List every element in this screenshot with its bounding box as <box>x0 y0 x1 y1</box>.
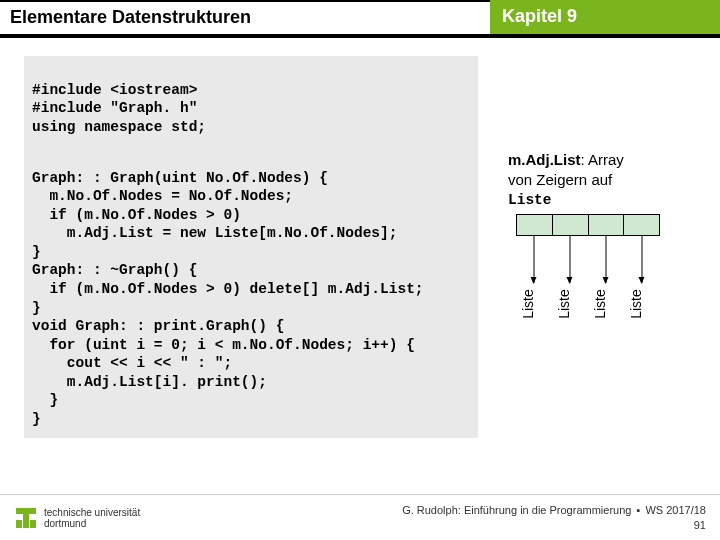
annotation-bold: m.Adj.List <box>508 151 581 168</box>
code-line: cout << i << " : "; <box>32 355 232 371</box>
code-line: m.No.Of.Nodes = No.Of.Nodes; <box>32 188 293 204</box>
svg-rect-2 <box>16 520 22 528</box>
code-line: } <box>32 392 58 408</box>
slide-content: #include <iostream> #include "Graph. h" … <box>0 38 720 494</box>
array-cell <box>589 215 625 235</box>
liste-label: Liste <box>520 286 536 322</box>
annotation-text: m.Adj.List: Array von Zeigern auf Liste <box>508 150 698 210</box>
separator: ▪ <box>634 504 642 516</box>
code-line: m.Adj.List = new Liste[m.No.Of.Nodes]; <box>32 225 397 241</box>
annotation-mono: Liste <box>508 192 552 208</box>
slide-footer: technische universität dortmund G. Rudol… <box>0 494 720 540</box>
arrow-down-icon <box>605 235 606 283</box>
code-line: for (uint i = 0; i < m.No.Of.Nodes; i++)… <box>32 337 415 353</box>
array-cell <box>553 215 589 235</box>
university-name: technische universität dortmund <box>44 507 140 529</box>
code-block: #include <iostream> #include "Graph. h" … <box>24 56 478 438</box>
term-text: WS 2017/18 <box>645 504 706 516</box>
slide-header: Elementare Datenstrukturen Kapitel 9 <box>0 0 720 34</box>
array-box <box>516 214 660 236</box>
code-gap <box>32 136 470 150</box>
code-line: } <box>32 411 41 427</box>
code-line: using namespace std; <box>32 119 206 135</box>
liste-label: Liste <box>628 286 644 322</box>
code-line: } <box>32 244 41 260</box>
header-title-left: Elementare Datenstrukturen <box>0 0 490 34</box>
arrow-down-icon <box>641 235 642 283</box>
page-number: 91 <box>402 518 706 532</box>
code-line: void Graph: : print.Graph() { <box>32 318 284 334</box>
footer-credits: G. Rudolph: Einführung in die Programmie… <box>402 503 706 532</box>
code-line: if (m.No.Of.Nodes > 0) <box>32 207 241 223</box>
annotation-plain: von Zeigern auf <box>508 171 612 188</box>
code-line: } <box>32 300 41 316</box>
tu-logo-icon <box>14 506 38 530</box>
liste-label: Liste <box>592 286 608 322</box>
array-cell <box>624 215 659 235</box>
array-diagram <box>508 214 668 236</box>
code-line: Graph: : Graph(uint No.Of.Nodes) { <box>32 170 328 186</box>
code-line: Graph: : ~Graph() { <box>32 262 197 278</box>
arrow-down-icon <box>534 235 535 283</box>
code-line: if (m.No.Of.Nodes > 0) delete[] m.Adj.Li… <box>32 281 424 297</box>
author-text: G. Rudolph: Einführung in die Programmie… <box>402 504 631 516</box>
code-line: #include "Graph. h" <box>32 100 197 116</box>
code-line: m.Adj.List[i]. print(); <box>32 374 267 390</box>
uni-line2: dortmund <box>44 518 86 529</box>
uni-line1: technische universität <box>44 507 140 518</box>
annotation-plain: : Array <box>581 151 624 168</box>
array-cell <box>517 215 553 235</box>
university-logo: technische universität dortmund <box>14 506 140 530</box>
arrow-down-icon <box>570 235 571 283</box>
svg-rect-1 <box>23 508 29 528</box>
vertical-labels: Liste Liste Liste Liste <box>510 296 670 312</box>
code-line: #include <iostream> <box>32 82 197 98</box>
liste-label: Liste <box>556 286 572 322</box>
svg-rect-3 <box>30 520 36 528</box>
header-title-right: Kapitel 9 <box>490 0 720 34</box>
